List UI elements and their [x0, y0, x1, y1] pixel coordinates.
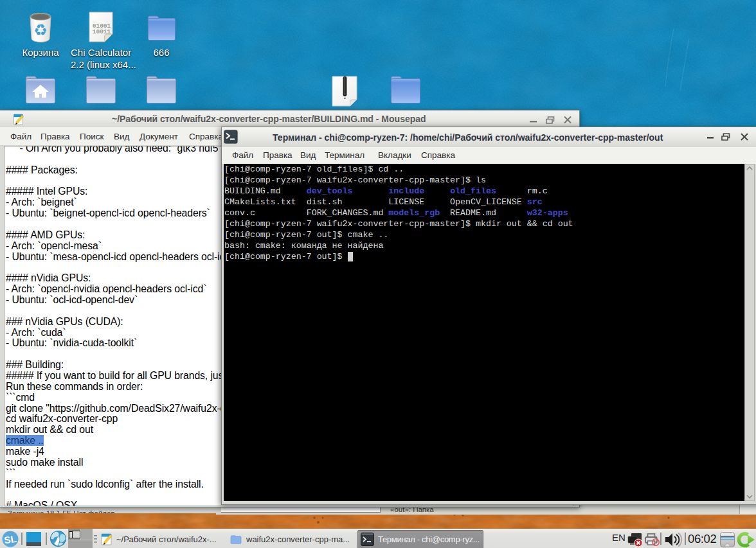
- svg-text:SL: SL: [3, 533, 17, 546]
- svg-text:10011: 10011: [93, 28, 111, 35]
- svg-text:♻: ♻: [33, 21, 48, 39]
